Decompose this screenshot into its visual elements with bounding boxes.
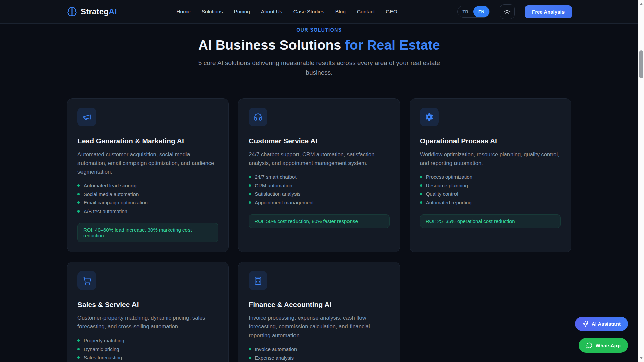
feature-item: Invoice automation <box>249 345 303 354</box>
hero-subtitle: 5 core AI solutions delivering measurabl… <box>195 58 443 77</box>
free-analysis-button[interactable]: Free Analysis <box>525 5 572 18</box>
section-eyebrow: OUR SOLUTIONS <box>0 27 638 33</box>
hero-section: OUR SOLUTIONS AI Business Solutions for … <box>0 24 638 77</box>
feature-item: Automated reporting <box>420 198 472 207</box>
feature-item: CRM automation <box>249 181 314 190</box>
brain-icon <box>67 7 77 17</box>
nav-link-contact[interactable]: Contact <box>357 9 375 15</box>
calculator-icon <box>249 271 267 290</box>
solutions-grid: Lead Generation & Marketing AI Automated… <box>67 98 571 362</box>
feature-list: 24/7 smart chatbotCRM automationSatisfac… <box>249 173 314 207</box>
feature-item: 24/7 smart chatbot <box>249 173 314 181</box>
brand-logo[interactable]: StrategAI <box>67 7 117 17</box>
scrollbar-thumb[interactable] <box>639 50 643 78</box>
headphones-icon <box>249 108 267 126</box>
card-sales-service: Sales & Service AI Customer-property mat… <box>67 262 229 362</box>
feature-item: Email campaign optimization <box>77 198 148 207</box>
language-toggle: TR EN <box>457 6 490 18</box>
card-lead-generation: Lead Generation & Marketing AI Automated… <box>67 98 229 252</box>
cart-icon <box>77 271 96 290</box>
language-option-en[interactable]: EN <box>473 6 489 17</box>
feature-item: Social media automation <box>77 190 148 199</box>
vertical-scrollbar[interactable] <box>638 0 644 362</box>
card-title: Finance & Accounting AI <box>249 301 331 309</box>
card-description: Automated customer acquisition, social m… <box>77 150 218 176</box>
floating-actions: AI Assistant WhatsApp <box>575 317 628 353</box>
header-actions: TR EN Free Analysis <box>457 4 572 19</box>
nav-link-home[interactable]: Home <box>176 9 190 15</box>
card-title: Operational Process AI <box>420 137 497 145</box>
card-description: Workflow optimization, resource planning… <box>420 150 561 167</box>
feature-item: A/B test automation <box>77 207 148 216</box>
nav-link-about-us[interactable]: About Us <box>261 9 282 15</box>
nav-link-geo[interactable]: GEO <box>386 9 397 15</box>
feature-item: Quality control <box>420 190 472 198</box>
main-nav: Home Solutions Pricing About Us Case Stu… <box>176 9 397 15</box>
feature-item: Resource planning <box>420 181 472 190</box>
whatsapp-button[interactable]: WhatsApp <box>579 338 628 353</box>
ai-assistant-button[interactable]: AI Assistant <box>575 317 628 331</box>
card-description: 24/7 chatbot support, CRM automation, sa… <box>249 150 389 167</box>
gear-icon <box>420 108 439 126</box>
sparkles-icon <box>582 321 589 327</box>
whatsapp-label: WhatsApp <box>596 343 621 348</box>
feature-list: Property matchingDynamic pricingSales fo… <box>77 336 139 362</box>
feature-item: Dynamic pricing <box>77 345 139 354</box>
feature-list: Invoice automationExpense analysisCash f… <box>249 345 303 362</box>
card-title: Sales & Service AI <box>77 301 139 309</box>
whatsapp-icon <box>586 342 593 349</box>
feature-item: Process optimization <box>420 173 472 181</box>
ai-assistant-label: AI Assistant <box>592 321 621 327</box>
nav-link-solutions[interactable]: Solutions <box>202 9 223 15</box>
megaphone-icon <box>77 108 96 126</box>
roi-badge: ROI: 25–35% operational cost reduction <box>420 214 561 228</box>
header: StrategAI Home Solutions Pricing About U… <box>0 0 638 24</box>
feature-item: Automated lead scoring <box>77 181 148 190</box>
nav-link-pricing[interactable]: Pricing <box>234 9 250 15</box>
feature-item: Satisfaction analysis <box>249 190 314 198</box>
card-title: Lead Generation & Marketing AI <box>77 137 184 145</box>
feature-list: Automated lead scoringSocial media autom… <box>77 181 148 216</box>
feature-item: Sales forecasting <box>77 353 139 362</box>
theme-toggle-button[interactable] <box>500 4 515 19</box>
feature-list: Process optimizationResource planningQua… <box>420 173 472 207</box>
card-description: Customer-property matching, dynamic pric… <box>77 313 218 331</box>
card-customer-service: Customer Service AI 24/7 chatbot support… <box>238 98 400 252</box>
feature-item: Appointment management <box>249 198 314 207</box>
card-title: Customer Service AI <box>249 137 317 145</box>
brand-name: StrategAI <box>80 7 117 16</box>
nav-link-case-studies[interactable]: Case Studies <box>293 9 324 15</box>
roi-badge: ROI: 40–60% lead increase, 30% marketing… <box>77 223 218 242</box>
scroll-down-arrow[interactable] <box>640 357 643 359</box>
card-description: Invoice processing, expense analysis, ca… <box>249 313 389 340</box>
nav-link-blog[interactable]: Blog <box>335 9 346 15</box>
page-title: AI Business Solutions for Real Estate <box>0 38 638 53</box>
card-operational-process: Operational Process AI Workflow optimiza… <box>410 98 571 252</box>
feature-item: Expense analysis <box>249 354 303 362</box>
feature-item: Property matching <box>77 336 139 345</box>
sun-icon <box>504 8 511 15</box>
card-finance-accounting: Finance & Accounting AI Invoice processi… <box>238 262 400 362</box>
roi-badge: ROI: 50% cost reduction, 80% faster resp… <box>249 214 389 228</box>
language-option-tr[interactable]: TR <box>458 6 473 17</box>
scroll-up-arrow[interactable] <box>640 3 643 5</box>
